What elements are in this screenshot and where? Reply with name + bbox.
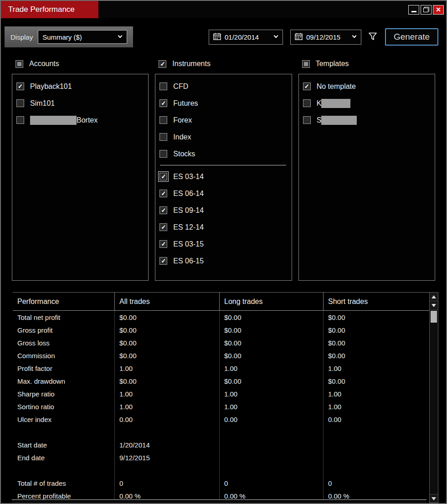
row-value: 0 [220, 477, 324, 489]
item-checkbox[interactable]: ✓ [16, 82, 24, 90]
table-row-sharpe-ratio[interactable]: Sharpe ratio1.001.001.00 [13, 387, 429, 400]
table-row-total-of-trades[interactable]: Total # of trades000 [13, 477, 429, 489]
item-checkbox[interactable] [16, 116, 24, 124]
minimize-button[interactable] [408, 5, 419, 15]
vertical-scrollbar[interactable] [429, 292, 438, 503]
item-checkbox[interactable]: ✓ [303, 82, 311, 90]
list-item-es-03-15[interactable]: ✓ ES 03-15 [159, 236, 287, 252]
item-text: CFD [173, 82, 188, 91]
horizontal-scrollbar[interactable] [12, 499, 426, 503]
chevron-down-icon[interactable] [273, 34, 278, 40]
row-value: $0.00 [115, 349, 220, 362]
list-item-s[interactable]: S [303, 112, 430, 129]
column-header-short-trades[interactable]: Short trades [324, 293, 429, 310]
scroll-up-button[interactable] [430, 293, 438, 301]
list-item-sim101[interactable]: Sim101 [16, 95, 144, 112]
start-date-picker[interactable]: 01/20/2014 [209, 30, 283, 45]
row-value: $0.00 [115, 324, 220, 336]
item-checkbox[interactable]: ✓ [159, 206, 167, 214]
item-checkbox[interactable]: ✓ [159, 173, 167, 180]
scrollbar-track[interactable] [430, 324, 438, 494]
display-select[interactable]: Summary ($) [38, 30, 127, 44]
accounts-checkbox[interactable] [15, 60, 23, 68]
list-item-es-12-14[interactable]: ✓ ES 12-14 [159, 219, 287, 236]
item-checkbox[interactable]: ✓ [159, 190, 167, 197]
end-date-picker[interactable]: 09/12/2015 [290, 30, 361, 45]
column-header-long-trades[interactable]: Long trades [220, 293, 324, 310]
list-item-es-03-14[interactable]: ✓ ES 03-14 [159, 168, 287, 185]
table-row-sortino-ratio[interactable]: Sortino ratio1.001.001.00 [13, 400, 429, 413]
table-row-commission[interactable]: Commission$0.00$0.00$0.00 [13, 349, 429, 362]
table-row-ulcer-index[interactable]: Ulcer index0.000.000.00 [13, 413, 429, 426]
calendar-icon [295, 33, 303, 41]
table-row-gross-loss[interactable]: Gross loss$0.00$0.00$0.00 [13, 336, 429, 349]
table-row-profit-factor[interactable]: Profit factor1.001.001.00 [13, 362, 429, 375]
list-item-no-template[interactable]: ✓ No template [303, 78, 430, 95]
list-item-es-06-15[interactable]: ✓ ES 06-15 [159, 252, 287, 269]
list-item-es-09-14[interactable]: ✓ ES 09-14 [159, 202, 287, 219]
scroll-down-button[interactable] [430, 301, 438, 310]
table-row-spacer[interactable] [13, 464, 429, 477]
table-row-end-date[interactable]: End date9/12/2015 [13, 451, 429, 464]
scroll-down-button-bottom[interactable] [430, 494, 438, 503]
item-checkbox[interactable] [159, 82, 167, 90]
filter-button[interactable] [368, 32, 377, 42]
row-value: 1.00 [324, 387, 429, 400]
list-item-index[interactable]: Index [159, 129, 287, 145]
row-value: 0 [324, 477, 429, 489]
table-row-gross-profit[interactable]: Gross profit$0.00$0.00$0.00 [13, 324, 429, 336]
row-value: 1.00 [115, 362, 220, 375]
list-item-stocks[interactable]: Stocks [159, 145, 287, 162]
item-checkbox[interactable] [303, 116, 311, 124]
row-value [324, 438, 429, 451]
table-row-max-drawdown[interactable]: Max. drawdown$0.00$0.00$0.00 [13, 375, 429, 387]
list-item-k[interactable]: K [303, 95, 430, 112]
table-row-total-net-profit[interactable]: Total net profit$0.00$0.00$0.00 [13, 311, 429, 324]
item-label: S [317, 116, 357, 125]
templates-checkbox[interactable] [302, 60, 310, 68]
list-item-playback101[interactable]: ✓ Playback101 [16, 78, 144, 95]
row-label [13, 426, 115, 438]
item-text: Playback101 [30, 82, 72, 91]
item-label: ES 03-15 [173, 240, 204, 248]
trade-performance-window: Trade Performance ✕ Display Summary ($) [0, 0, 447, 504]
close-button[interactable]: ✕ [433, 5, 444, 15]
row-label: Ulcer index [13, 413, 115, 426]
templates-listbox: ✓ No template K S [298, 74, 435, 281]
scrollbar-thumb[interactable] [431, 311, 437, 323]
display-label: Display [10, 33, 33, 41]
window-controls: ✕ [408, 1, 446, 18]
instruments-header: ✓ Instruments [159, 60, 292, 68]
item-checkbox[interactable] [16, 99, 24, 107]
table-row-start-date[interactable]: Start date1/20/2014 [13, 438, 429, 451]
list-item-futures[interactable]: ✓ Futures [159, 95, 287, 112]
row-value [220, 426, 324, 438]
column-header-all-trades[interactable]: All trades [115, 293, 220, 310]
chevron-down-icon[interactable] [351, 34, 357, 40]
item-checkbox[interactable]: ✓ [159, 240, 167, 248]
table-body: Total net profit$0.00$0.00$0.00Gross pro… [13, 311, 429, 503]
list-item-forex[interactable]: Forex [159, 112, 287, 129]
maximize-button[interactable] [421, 5, 432, 15]
list-item-cfd[interactable]: CFD [159, 78, 287, 95]
item-checkbox[interactable]: ✓ [159, 257, 167, 265]
item-checkbox[interactable] [303, 99, 311, 107]
instruments-checkbox[interactable]: ✓ [159, 60, 166, 68]
list-item-bortex[interactable]: Bortex [16, 112, 144, 129]
performance-table-area: PerformanceAll tradesLong tradesShort tr… [13, 292, 438, 503]
item-checkbox[interactable] [159, 116, 167, 124]
list-item-es-06-14[interactable]: ✓ ES 06-14 [159, 185, 287, 202]
column-header-performance[interactable]: Performance [13, 293, 115, 310]
item-label: Sim101 [30, 99, 55, 108]
table-row-spacer[interactable] [13, 426, 429, 438]
row-value: $0.00 [220, 349, 324, 362]
item-label: Bortex [30, 116, 98, 125]
up-arrow-icon [432, 295, 436, 298]
item-checkbox[interactable]: ✓ [159, 99, 167, 107]
item-checkbox[interactable] [159, 133, 167, 141]
row-label: Profit factor [13, 362, 115, 375]
instruments-listbox: CFD ✓ Futures Forex Index Stocks ✓ ES 03… [155, 74, 292, 281]
item-checkbox[interactable]: ✓ [159, 223, 167, 231]
item-checkbox[interactable] [159, 150, 167, 158]
generate-button[interactable]: Generate [385, 28, 438, 46]
